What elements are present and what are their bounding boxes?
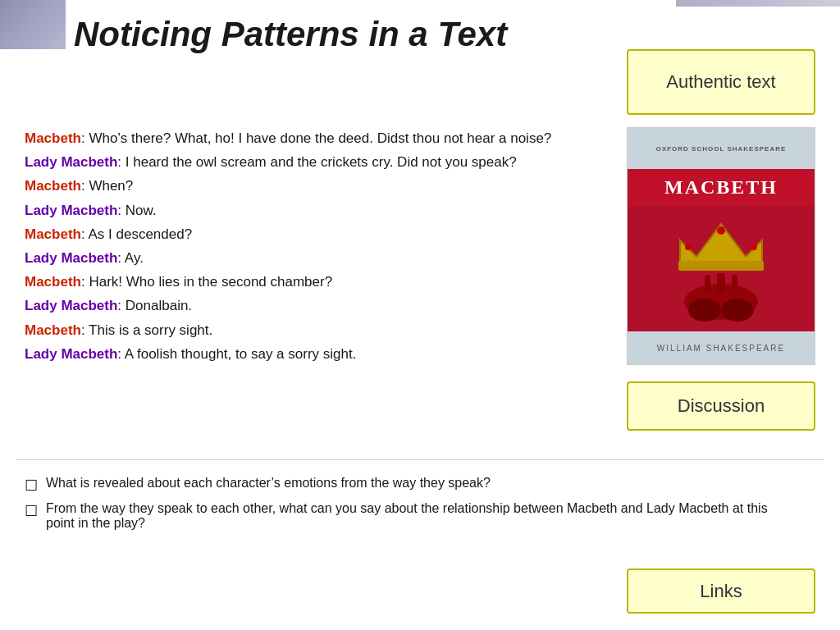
discussion-label: Discussion [678,395,765,417]
speaker-lady: Lady Macbeth [25,154,117,170]
speaker-macbeth: Macbeth [25,226,81,242]
speaker-macbeth: Macbeth [25,274,81,290]
book-author-band: WILLIAM SHAKESPEARE [628,331,815,364]
links-label: Links [700,581,742,602]
question-text: What is revealed about each character’s … [46,476,491,491]
links-box: Links [627,568,815,614]
svg-rect-8 [717,273,725,294]
dialogue-line: Macbeth: Who’s there? What, ho! I have d… [25,127,599,149]
dialogue-line: Lady Macbeth: Donalbain. [25,294,599,317]
separator [16,459,824,460]
speaker-macbeth: Macbeth [25,178,81,194]
dialogue-line: Lady Macbeth: A foolish thought, to say … [25,343,599,365]
question-item: ☐What is revealed about each character’s… [25,476,796,495]
question-text: From the way they speak to each other, w… [46,501,796,531]
top-decoration [0,0,66,49]
svg-point-6 [688,299,721,322]
book-title-band: MACBETH [628,169,815,206]
speaker-lady: Lady Macbeth [25,250,117,266]
authentic-text-box: Authentic text [627,49,815,115]
svg-rect-9 [705,275,710,291]
dialogue-line: Lady Macbeth: Ay. [25,247,599,269]
dialogue-line: Macbeth: When? [25,175,599,197]
checkbox-icon: ☐ [25,502,38,520]
book-top: OXFORD SCHOOL SHAKESPEARE [628,128,815,169]
svg-point-7 [721,299,754,322]
svg-point-2 [685,244,692,250]
dialogue-line: Macbeth: Hark! Who lies in the second ch… [25,271,599,293]
dialogue-line: Macbeth: As I descended? [25,223,599,245]
speaker-macbeth: Macbeth [25,322,81,338]
checkbox-icon: ☐ [25,477,38,495]
svg-point-3 [751,244,757,250]
speaker-lady: Lady Macbeth [25,346,117,362]
book-title: MACBETH [664,176,778,199]
page-title: Noticing Patterns in a Text [74,15,507,54]
question-item: ☐From the way they speak to each other, … [25,501,796,531]
speaker-macbeth: Macbeth [25,130,81,146]
svg-point-1 [717,226,725,235]
dialogue-content: Macbeth: Who’s there? What, ho! I have d… [25,127,599,367]
questions-area: ☐What is revealed about each character’s… [25,476,796,537]
book-author: WILLIAM SHAKESPEARE [657,344,785,353]
speaker-lady: Lady Macbeth [25,298,117,313]
dialogue-line: Lady Macbeth: Now. [25,199,599,221]
discussion-box: Discussion [627,381,815,431]
dialogue-line: Macbeth: This is a sorry sight. [25,319,599,341]
crown-svg [672,216,770,322]
top-decoration-right [676,0,840,7]
book-illustration [628,206,815,331]
book-image: OXFORD SCHOOL SHAKESPEARE MACBETH [627,127,815,365]
svg-rect-4 [678,261,764,271]
speaker-lady: Lady Macbeth [25,203,117,218]
svg-rect-10 [732,275,737,291]
book-series: OXFORD SCHOOL SHAKESPEARE [656,145,787,153]
book-visual: OXFORD SCHOOL SHAKESPEARE MACBETH [628,128,815,364]
authentic-text-label: Authentic text [666,71,775,93]
dialogue-line: Lady Macbeth: I heard the owl scream and… [25,151,599,173]
